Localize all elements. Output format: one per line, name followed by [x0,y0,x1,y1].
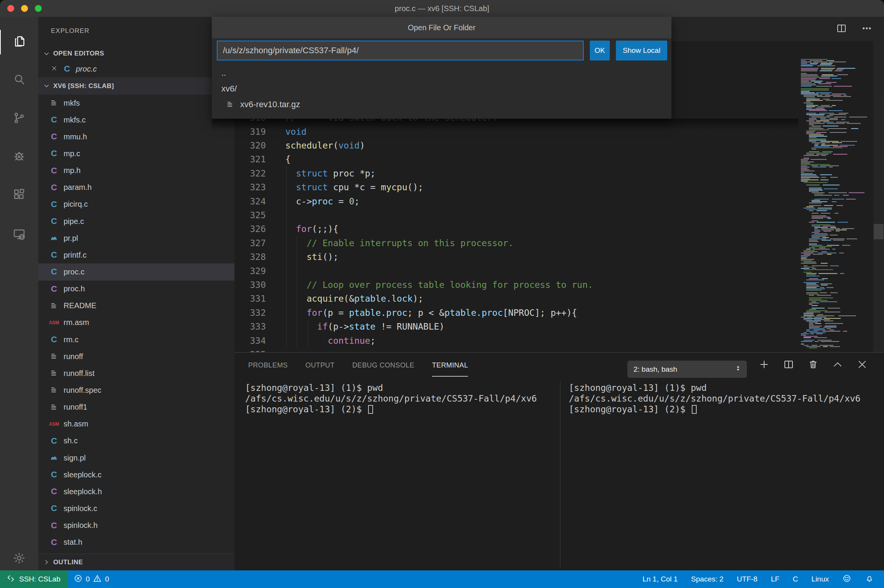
tree-item-picirq.c[interactable]: Cpicirq.c [38,196,234,213]
feedback-smiley-icon[interactable] [842,574,851,585]
tree-item-param.h[interactable]: Cparam.h [38,179,234,196]
code-line-335[interactable]: 335 [234,347,285,352]
dialog-entry-..[interactable]: .. [212,65,671,81]
terminal-right[interactable]: [szhong@royal-13] (1)$ pwd/afs/cs.wisc.e… [569,382,861,415]
tree-item-pr.pl[interactable]: pr.pl [38,230,234,247]
status-indentation[interactable]: Spaces: 2 [691,575,724,583]
code-line-327[interactable]: 327 // Enable interrupts on this process… [234,236,513,250]
panel-tab-terminal[interactable]: TERMINAL [432,353,468,378]
tree-item-mp.c[interactable]: Cmp.c [38,145,234,162]
more-actions-icon[interactable] [861,23,873,36]
tree-item-rm.c[interactable]: Crm.c [38,331,234,348]
status-cursor-position[interactable]: Ln 1, Col 1 [642,575,678,583]
tree-item-spinlock.h[interactable]: Cspinlock.h [38,517,234,534]
tree-item-runoff.spec[interactable]: runoff.spec [38,382,234,399]
outline-section-header[interactable]: OUTLINE [38,554,234,570]
code-line-329[interactable]: 329 [234,264,285,278]
code-line-325[interactable]: 325 [234,208,285,222]
code-line-320[interactable]: 320scheduler(void) [234,138,365,152]
tree-item-mmu.h[interactable]: Cmmu.h [38,128,234,145]
tree-item-rm.asm[interactable]: ASMrm.asm [38,314,234,331]
activity-bar-item-source-control[interactable] [0,106,38,131]
tree-item-README[interactable]: README [38,297,234,314]
tree-item-runoff1[interactable]: runoff1 [38,399,234,416]
run-debug-icon [12,149,26,165]
workspace-root-header[interactable]: XV6 [SSH: CSLAB] [38,77,234,95]
panel-tab-problems[interactable]: PROBLEMS [248,353,288,378]
open-editor-item-proc.c[interactable]: C proc.c [38,60,234,77]
outline-label: OUTLINE [53,559,83,566]
indent-guide [297,236,297,347]
open-editors-section-header[interactable]: OPEN EDITORS [38,45,234,62]
tree-item-mkfs.c[interactable]: Cmkfs.c [38,111,234,128]
activity-bar-item-extensions[interactable] [0,183,38,207]
tree-item-label: mp.c [64,149,80,158]
tree-item-sign.pl[interactable]: sign.pl [38,449,234,466]
tree-item-proc.c[interactable]: Cproc.c [38,263,234,280]
close-icon[interactable] [51,65,59,74]
code-line-319[interactable]: 319void [234,124,306,139]
path-input[interactable] [217,41,584,60]
activity-bar-item-remote-explorer[interactable] [0,223,38,247]
editor-scrollbar-slider[interactable] [874,224,884,239]
tree-item-pipe.c[interactable]: Cpipe.c [38,213,234,230]
gear-icon [12,551,26,567]
status-language-mode[interactable]: C [793,575,798,583]
split-editor-icon[interactable] [836,23,847,36]
tree-item-label: param.h [64,183,92,192]
tree-item-sh.asm[interactable]: ASMsh.asm [38,416,234,433]
status-encoding[interactable]: UTF-8 [737,575,758,583]
code-line-330[interactable]: 330 // Loop over process table looking f… [234,278,593,292]
notifications-bell-icon[interactable] [865,574,874,585]
tree-item-label: picirq.c [64,200,88,209]
show-local-button[interactable]: Show Local [616,41,667,60]
c-file-icon: C [49,216,59,226]
editor-scrollbar[interactable] [873,41,884,352]
code-line-333[interactable]: 333 if(p->state != RUNNABLE) [234,320,444,334]
problems-indicator[interactable]: 0 0 [74,574,109,585]
status-eol[interactable]: LF [771,575,779,583]
activity-bar-item-run-debug[interactable] [0,145,38,169]
indent-guide [308,320,308,348]
tree-item-sleeplock.h[interactable]: Csleeplock.h [38,483,234,500]
remote-indicator[interactable]: SSH: CSLab [0,570,68,588]
tree-item-printf.c[interactable]: Cprintf.c [38,247,234,263]
tree-item-mkfs[interactable]: mkfs [38,95,234,111]
new-terminal-icon[interactable] [758,359,770,372]
tree-item-runoff.list[interactable]: runoff.list [38,365,234,382]
kill-terminal-icon[interactable] [807,359,819,372]
code-line-331[interactable]: 331 acquire(&ptable.lock); [234,292,423,306]
code-line-321[interactable]: 321{ [234,152,291,167]
tree-item-sh.c[interactable]: Csh.c [38,433,234,449]
code-line-323[interactable]: 323 struct cpu *c = mycpu(); [234,180,423,194]
tree-item-label: sleeplock.h [64,487,102,496]
terminal-pane-divider[interactable] [560,382,560,568]
activity-bar-item-explorer[interactable] [0,30,38,54]
ok-button[interactable]: OK [590,41,610,60]
c-header-icon: C [49,284,59,294]
remote-icon [6,574,15,585]
tree-item-stat.h[interactable]: Cstat.h [38,534,234,551]
terminal-selector[interactable]: 2: bash, bash [627,361,747,378]
panel-tab-debug-console[interactable]: DEBUG CONSOLE [352,353,414,378]
split-terminal-icon[interactable] [783,359,794,372]
dialog-entry-xv6-rev10.tar.gz[interactable]: xv6-rev10.tar.gz [212,96,671,112]
tree-item-sleeplock.c[interactable]: Csleeplock.c [38,466,234,483]
dialog-entry-xv6/[interactable]: xv6/ [212,81,671,96]
code-line-324[interactable]: 324 c->proc = 0; [234,194,360,208]
tree-item-runoff[interactable]: runoff [38,348,234,365]
tree-item-spinlock.c[interactable]: Cspinlock.c [38,500,234,517]
activity-bar-item-search[interactable] [0,68,38,93]
code-text: for(p = ptable.proc; p < &ptable.proc[NP… [285,308,577,318]
status-remote-os[interactable]: Linux [812,575,829,583]
panel-tab-output[interactable]: OUTPUT [305,353,334,378]
code-line-322[interactable]: 322 struct proc *p; [234,166,375,180]
tree-item-proc.h[interactable]: Cproc.h [38,281,234,297]
close-panel-icon[interactable] [856,359,868,372]
activity-bar-item-settings[interactable] [0,547,38,571]
maximize-panel-icon[interactable] [832,359,843,372]
code-line-334[interactable]: 334 continue; [234,333,375,348]
tree-item-mp.h[interactable]: Cmp.h [38,162,234,179]
terminal-left[interactable]: [szhong@royal-13] (1)$ pwd/afs/cs.wisc.e… [245,382,537,415]
minimap[interactable] [799,41,873,351]
